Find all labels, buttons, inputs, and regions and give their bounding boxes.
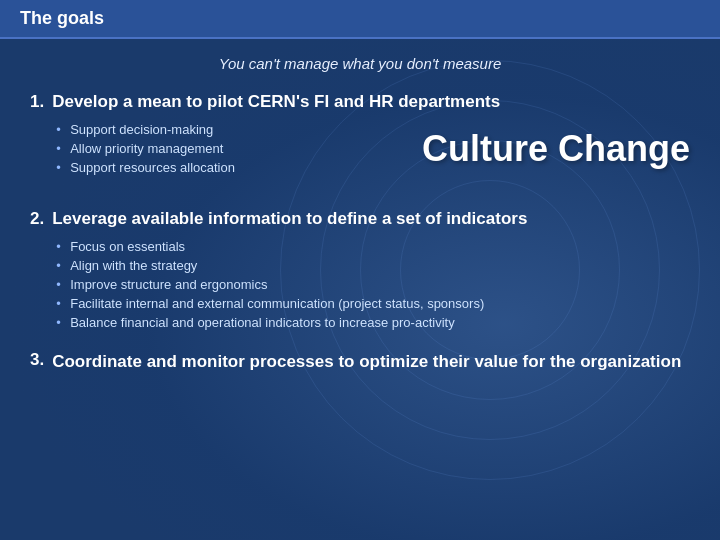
list-item: Support resources allocation	[56, 158, 402, 177]
title-bar: The goals	[0, 0, 720, 39]
section3-number: 3.	[30, 350, 44, 370]
section2: 2. Leverage available information to def…	[30, 209, 690, 332]
list-item: Balance financial and operational indica…	[56, 313, 690, 332]
list-item: Facilitate internal and external communi…	[56, 294, 690, 313]
section1-number: 1.	[30, 92, 44, 112]
section2-number: 2.	[30, 209, 44, 229]
section3-heading: Coordinate and monitor processes to opti…	[52, 350, 690, 374]
list-item: Support decision-making	[56, 120, 402, 139]
section1: 1. Develop a mean to pilot CERN's FI and…	[30, 92, 690, 195]
section1-heading: Develop a mean to pilot CERN's FI and HR…	[52, 92, 690, 112]
section3-body: Coordinate and monitor processes to opti…	[52, 350, 690, 374]
section2-heading: Leverage available information to define…	[52, 209, 690, 229]
list-item: Focus on essentials	[56, 237, 690, 256]
main-content: You can't manage what you don't measure …	[0, 39, 720, 390]
section3: 3. Coordinate and monitor processes to o…	[30, 350, 690, 374]
section1-bullets: Support decision-making Allow priority m…	[52, 120, 402, 177]
section1-layout: Support decision-making Allow priority m…	[52, 120, 690, 177]
list-item: Align with the strategy	[56, 256, 690, 275]
page-title: The goals	[20, 8, 700, 29]
section2-body: Leverage available information to define…	[52, 209, 690, 332]
section1-body: Develop a mean to pilot CERN's FI and HR…	[52, 92, 690, 195]
culture-change-text: Culture Change	[422, 128, 690, 170]
list-item: Allow priority management	[56, 139, 402, 158]
culture-label: Culture Change	[422, 128, 690, 169]
list-item: Improve structure and ergonomics	[56, 275, 690, 294]
section2-bullet-list: Focus on essentials Align with the strat…	[52, 237, 690, 332]
subtitle: You can't manage what you don't measure	[30, 55, 690, 72]
section1-bullet-list: Support decision-making Allow priority m…	[52, 120, 402, 177]
